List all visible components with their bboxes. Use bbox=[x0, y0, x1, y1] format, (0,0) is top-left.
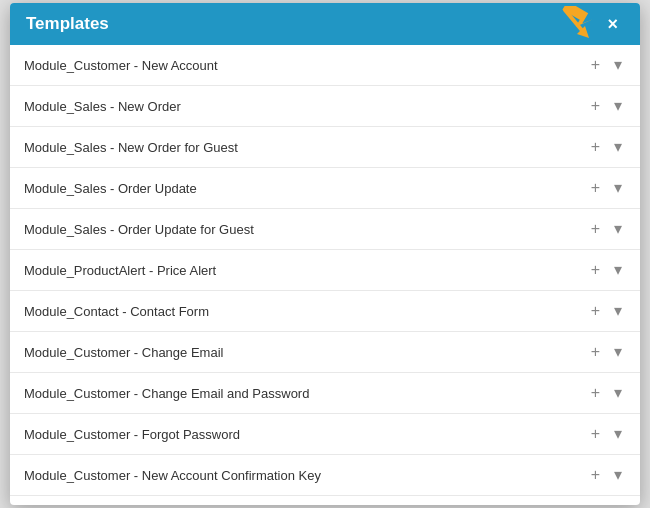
template-dropdown-button[interactable]: ▾ bbox=[610, 55, 626, 75]
add-template-button[interactable]: + bbox=[587, 301, 604, 321]
template-actions: +▾ bbox=[587, 383, 626, 403]
template-row: Module_Customer - New Account Confirmati… bbox=[10, 455, 640, 496]
add-template-button[interactable]: + bbox=[587, 424, 604, 444]
template-name: Module_Customer - New Account bbox=[24, 58, 218, 73]
template-actions: +▾ bbox=[587, 96, 626, 116]
template-name: Module_Customer - Forgot Password bbox=[24, 427, 240, 442]
template-actions: +▾ bbox=[587, 178, 626, 198]
template-dropdown-button[interactable]: ▾ bbox=[610, 301, 626, 321]
template-row: Module_Customer - New Account Confirmed+… bbox=[10, 496, 640, 505]
template-name: Module_Customer - New Account Confirmati… bbox=[24, 468, 321, 483]
template-name: Module_ProductAlert - Price Alert bbox=[24, 263, 216, 278]
template-dropdown-button[interactable]: ▾ bbox=[610, 219, 626, 239]
template-actions: +▾ bbox=[587, 219, 626, 239]
template-name: Module_Sales - New Order bbox=[24, 99, 181, 114]
template-dropdown-button[interactable]: ▾ bbox=[610, 383, 626, 403]
close-button[interactable]: × bbox=[601, 11, 624, 37]
arrow-indicator-icon bbox=[557, 6, 593, 42]
add-template-button[interactable]: + bbox=[587, 260, 604, 280]
template-dropdown-button[interactable]: ▾ bbox=[610, 137, 626, 157]
modal-title: Templates bbox=[26, 14, 109, 34]
template-actions: +▾ bbox=[587, 424, 626, 444]
header-right: × bbox=[557, 6, 624, 42]
template-dropdown-button[interactable]: ▾ bbox=[610, 260, 626, 280]
templates-modal: Templates × Module_Customer - New Accoun… bbox=[10, 3, 640, 505]
template-name: Module_Sales - Order Update bbox=[24, 181, 197, 196]
template-row: Module_Customer - Forgot Password+▾ bbox=[10, 414, 640, 455]
template-row: Module_Sales - New Order+▾ bbox=[10, 86, 640, 127]
add-template-button[interactable]: + bbox=[587, 55, 604, 75]
add-template-button[interactable]: + bbox=[587, 219, 604, 239]
template-actions: +▾ bbox=[587, 301, 626, 321]
modal-header: Templates × bbox=[10, 3, 640, 45]
template-list: Module_Customer - New Account+▾Module_Sa… bbox=[10, 45, 640, 505]
template-row: Module_Contact - Contact Form+▾ bbox=[10, 291, 640, 332]
template-row: Module_Customer - New Account+▾ bbox=[10, 45, 640, 86]
add-template-button[interactable]: + bbox=[587, 137, 604, 157]
template-actions: +▾ bbox=[587, 465, 626, 485]
template-actions: +▾ bbox=[587, 55, 626, 75]
template-row: Module_Customer - Change Email+▾ bbox=[10, 332, 640, 373]
add-template-button[interactable]: + bbox=[587, 342, 604, 362]
template-row: Module_Sales - Order Update for Guest+▾ bbox=[10, 209, 640, 250]
template-row: Module_Customer - Change Email and Passw… bbox=[10, 373, 640, 414]
template-dropdown-button[interactable]: ▾ bbox=[610, 465, 626, 485]
template-dropdown-button[interactable]: ▾ bbox=[610, 342, 626, 362]
template-dropdown-button[interactable]: ▾ bbox=[610, 96, 626, 116]
add-template-button[interactable]: + bbox=[587, 96, 604, 116]
template-actions: +▾ bbox=[587, 342, 626, 362]
template-name: Module_Customer - Change Email and Passw… bbox=[24, 386, 309, 401]
template-name: Module_Sales - New Order for Guest bbox=[24, 140, 238, 155]
template-name: Module_Sales - Order Update for Guest bbox=[24, 222, 254, 237]
template-actions: +▾ bbox=[587, 137, 626, 157]
template-row: Module_ProductAlert - Price Alert+▾ bbox=[10, 250, 640, 291]
template-row: Module_Sales - Order Update+▾ bbox=[10, 168, 640, 209]
template-name: Module_Customer - Change Email bbox=[24, 345, 223, 360]
template-dropdown-button[interactable]: ▾ bbox=[610, 424, 626, 444]
add-template-button[interactable]: + bbox=[587, 383, 604, 403]
template-name: Module_Contact - Contact Form bbox=[24, 304, 209, 319]
add-template-button[interactable]: + bbox=[587, 178, 604, 198]
add-template-button[interactable]: + bbox=[587, 465, 604, 485]
template-dropdown-button[interactable]: ▾ bbox=[610, 178, 626, 198]
template-actions: +▾ bbox=[587, 260, 626, 280]
template-row: Module_Sales - New Order for Guest+▾ bbox=[10, 127, 640, 168]
